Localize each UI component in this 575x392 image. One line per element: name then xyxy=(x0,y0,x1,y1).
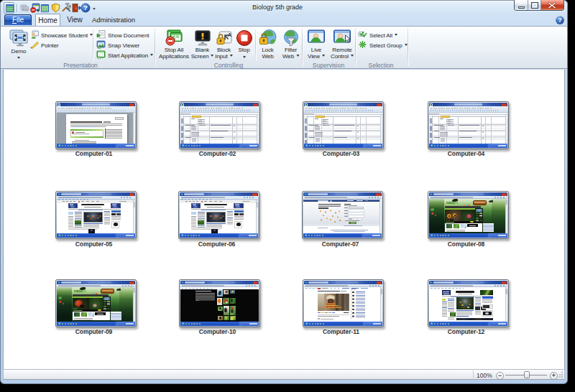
svg-text:?: ? xyxy=(83,4,88,11)
svg-text:A: A xyxy=(228,32,231,37)
